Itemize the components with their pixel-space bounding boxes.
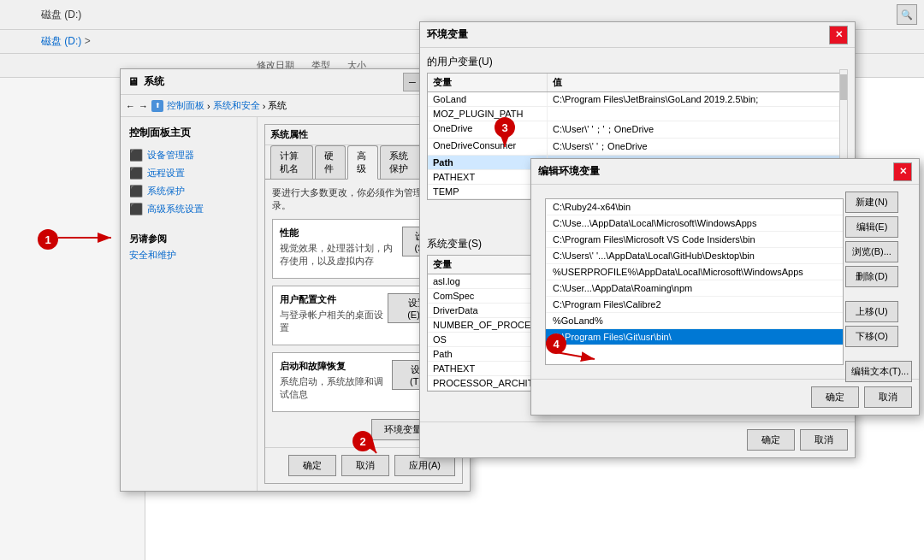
userprofile-desc: 与登录帐户相关的桌面设置 [280,309,388,334]
uv5-name: PATHEXT [428,170,548,184]
tab-sysprotection[interactable]: 系统保护 [380,145,423,179]
also-see-section: 另请参阅 安全和维护 [129,233,248,262]
sys-vars-col-var: 变量 [428,256,548,274]
sys-protection-icon: ⬛ [129,185,143,197]
new-path-btn[interactable]: 新建(N) [845,192,898,213]
breadcrumb-icon: ⬆ [151,100,163,112]
adv-sys-icon: ⬛ [129,203,143,215]
uv0-val: C:\Program Files\JetBrains\GoLand 2019.2… [548,92,847,106]
delete-path-btn[interactable]: 删除(D) [845,266,898,287]
startup-title: 启动和故障恢复 [280,360,392,373]
env-vars-title: 环境变量 [427,27,829,42]
user-vars-label: 的用户变量(U) [427,55,848,69]
bc-system: 系统 [268,99,287,112]
env-vars-cancel-btn[interactable]: 取消 [800,429,848,451]
user-var-row-0[interactable]: GoLand C:\Program Files\JetBrains\GoLand… [428,92,847,107]
fe-title: 磁盘 (D:) [41,8,81,22]
annotation-2: 2 [352,431,373,451]
btn-spacer2 [845,351,912,357]
user-var-row-3[interactable]: OneDriveConsumer C:\Users\' '；OneDrive [428,139,847,156]
sv7-name: PROCESSOR_ARCHIT... [428,376,548,390]
sv6-name: PATHEXT [428,362,548,375]
fe-breadcrumb: 磁盘 (D:) > [41,34,91,49]
path-row-1[interactable]: C:\Use...\AppData\Local\Microsoft\Window… [546,215,843,232]
edit-env-close-btn[interactable]: ✕ [893,162,912,181]
uv0-name: GoLand [428,92,548,106]
user-var-row-1[interactable]: MOZ_PLUGIN_PATH [428,107,847,121]
left-menu-title: 控制面板主页 [129,126,248,140]
userprofile-title: 用户配置文件 [280,293,388,306]
user-vars-col-var: 变量 [428,74,548,91]
env-vars-footer: 确定 取消 [420,421,855,457]
sv2-name: DriverData [428,304,548,317]
sys-protection-label: 系统保护 [147,185,185,197]
sv4-name: OS [428,333,548,346]
uv1-name: MOZ_PLUGIN_PATH [428,107,548,121]
path-row-6[interactable]: C:\Program Files\Calibre2 [546,297,843,313]
annotation-1: 1 [38,229,58,250]
edit-env-window: 编辑环境变量 ✕ C:\Ruby24-x64\bin C:\Use...\App… [530,158,920,416]
left-menu-device-manager[interactable]: ⬛ 设备管理器 [129,149,248,162]
env-vars-ok-btn[interactable]: 确定 [747,429,795,451]
move-down-btn[interactable]: 下移(O) [845,326,898,347]
edit-env-content: C:\Ruby24-x64\bin C:\Use...\AppData\Loca… [531,185,919,379]
tab-hardware[interactable]: 硬件 [315,145,346,179]
left-menu-remote-settings[interactable]: ⬛ 远程设置 [129,167,248,180]
edit-env-cancel-btn[interactable]: 取消 [864,386,912,408]
edit-env-list[interactable]: C:\Ruby24-x64\bin C:\Use...\AppData\Loca… [545,198,844,365]
fe-bc-item[interactable]: 磁盘 (D:) [41,35,81,47]
uv1-val [548,107,847,121]
user-vars-header: 变量 值 [428,74,847,92]
perf-title: 性能 [280,227,402,239]
bc-security[interactable]: 系统和安全 [213,99,260,112]
sys-props-cancel-btn[interactable]: 取消 [341,455,389,476]
system-main-layout: 控制面板主页 ⬛ 设备管理器 ⬛ 远程设置 ⬛ 系统保护 ⬛ 高级系统设置 另请… [121,117,470,491]
edit-env-title: 编辑环境变量 [538,164,893,179]
edit-text-btn[interactable]: 编辑文本(T)... [845,361,912,382]
path-row-4[interactable]: %USERPROFILE%\AppData\Local\Microsoft\Wi… [546,264,843,280]
security-maintenance-link[interactable]: 安全和维护 [129,249,248,262]
edit-env-ok-btn[interactable]: 确定 [811,386,859,408]
browse-path-btn[interactable]: 浏览(B)... [845,241,898,262]
tab-computername[interactable]: 计算机名 [270,145,313,179]
user-var-row-2[interactable]: OneDrive C:\User\' '；'；OneDrive [428,121,847,139]
uv2-name: OneDrive [428,121,548,138]
sv3-name: NUMBER_OF_PROCE... [428,318,548,332]
left-menu-sys-protection[interactable]: ⬛ 系统保护 [129,185,248,197]
adv-sys-label: 高级系统设置 [147,203,204,215]
annotation-4: 4 [546,333,566,354]
path-row-5[interactable]: C:\User...\AppData\Roaming\npm [546,280,843,297]
system-props-window: 🖥 系统 ─ □ ✕ ←→ ⬆ 控制面板 › 系统和安全 › 系统 控制面板主页… [120,68,471,492]
path-row-0[interactable]: C:\Ruby24-x64\bin [546,199,843,215]
move-up-btn[interactable]: 上移(U) [845,301,898,322]
user-vars-scrollbar[interactable] [839,69,848,168]
sv0-name: asl.log [428,274,548,288]
env-vars-close-btn[interactable]: ✕ [829,26,848,44]
edit-env-win-buttons: ✕ [893,162,912,181]
uv2-val: C:\User\' '；'；OneDrive [548,121,847,138]
path-row-7[interactable]: %GoLand% [546,313,843,329]
system-window-title: 系统 [144,74,403,89]
left-menu-adv-sys-settings[interactable]: ⬛ 高级系统设置 [129,203,248,215]
sys-props-title: 系统属性 [270,128,308,141]
device-manager-icon: ⬛ [129,149,143,162]
uv4-name: Path [428,156,548,169]
env-vars-win-buttons: ✕ [829,26,848,44]
bc-sep1: › [207,101,210,111]
path-row-8[interactable]: C:\Program Files\Git\usr\bin\ [546,329,843,345]
edit-path-btn[interactable]: 编辑(E) [845,216,898,238]
device-manager-label: 设备管理器 [147,149,194,162]
path-row-2[interactable]: C:\Program Files\Microsoft VS Code Insid… [546,232,843,248]
remote-settings-label: 远程设置 [147,167,185,180]
bc-control-panel[interactable]: 控制面板 [167,99,204,112]
edit-env-titlebar: 编辑环境变量 ✕ [531,159,919,185]
tab-advanced[interactable]: 高级 [347,145,378,180]
sys-props-ok-btn[interactable]: 确定 [288,455,336,476]
path-row-3[interactable]: C:\Users\' '...\AppData\Local\GitHub\Des… [546,248,843,264]
bc-sep2: › [263,101,266,111]
fe-search-btn[interactable]: 🔍 [897,4,917,25]
sv5-name: Path [428,347,548,361]
env-vars-titlebar: 环境变量 ✕ [420,22,855,48]
perf-desc: 视觉效果，处理器计划，内存使用，以及虚拟内存 [280,242,402,268]
startup-desc: 系统启动，系统故障和调试信息 [280,375,392,401]
